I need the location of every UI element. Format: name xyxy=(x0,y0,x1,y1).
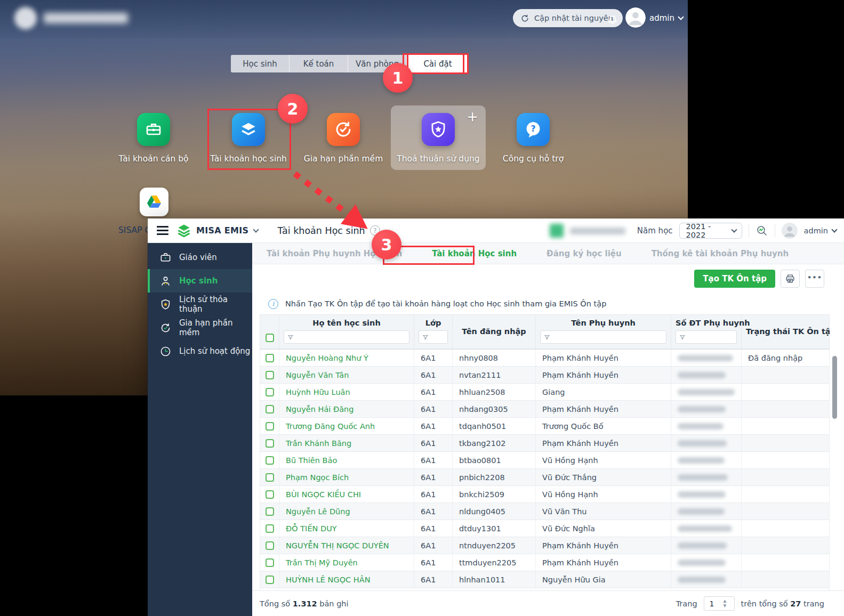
app-tile-label: Tài khoản học sinh xyxy=(210,154,287,164)
student-name-link[interactable]: Bũ Thiên Bảo xyxy=(286,456,337,465)
status-cell xyxy=(742,435,829,451)
student-name-link[interactable]: ĐỖ TIẾN DUY xyxy=(286,524,337,533)
status-cell xyxy=(742,452,829,468)
sidebar-item-label: Lịch sử hoạt động xyxy=(179,346,250,356)
print-button[interactable] xyxy=(781,270,800,288)
student-name-link[interactable]: Huỳnh Hữu Luân xyxy=(286,388,350,396)
school-year-select[interactable]: 2021 - 2022 xyxy=(679,223,742,239)
student-name-link[interactable]: Trương Đăng Quốc Anh xyxy=(286,422,375,431)
printer-icon xyxy=(785,273,795,284)
table-row[interactable]: Nguyễn Hoàng Như Ý 6A1 nhny0808 Phạm Khá… xyxy=(260,350,829,367)
table-row[interactable]: Trần Khánh Băng 6A1 tkbang2102 Phạm Khán… xyxy=(260,435,829,452)
sidebar-item-hoc-sinh[interactable]: Học sinh xyxy=(148,269,252,293)
stepper-arrows-icon[interactable]: ▲▼ xyxy=(724,599,727,608)
row-checkbox[interactable] xyxy=(266,456,274,465)
tab-thong-ke-tai-khoan[interactable]: Thống kê tài khoản Phụ huynh xyxy=(652,249,789,258)
column-header-parent: Tên Phụ huynh xyxy=(540,319,666,327)
row-checkbox[interactable] xyxy=(266,439,274,448)
student-name-link[interactable]: Phạm Ngọc Bích xyxy=(286,473,349,482)
sidebar-item-lich-su-thoa-thuan[interactable]: Lịch sử thỏa thuận xyxy=(148,293,252,316)
sidebar-item-giao-vien[interactable]: Giáo viên xyxy=(148,246,252,269)
create-review-account-button[interactable]: Tạo TK Ôn tập xyxy=(694,270,775,288)
plus-icon[interactable]: + xyxy=(467,109,478,125)
phone-blurred xyxy=(678,474,728,481)
filter-name[interactable] xyxy=(284,330,409,344)
student-name-link[interactable]: Nguyễn Văn Tân xyxy=(286,371,349,379)
student-name-link[interactable]: Nguyễn Lê Dũng xyxy=(286,507,350,516)
vertical-scrollbar[interactable] xyxy=(832,356,837,616)
table-row[interactable]: Nguyễn Hải Đăng 6A1 nhdang0305 Phạm Khán… xyxy=(260,401,829,418)
select-all-checkbox[interactable] xyxy=(266,334,274,342)
app-tile-tai-khoan-can-bo[interactable]: Tài khoản cán bộ xyxy=(106,106,201,170)
search-insights-icon[interactable] xyxy=(755,224,768,237)
student-name-link[interactable]: Nguyễn Hoàng Như Ý xyxy=(286,354,368,362)
column-header-username: Tên đăng nhập xyxy=(462,327,526,336)
table-row[interactable]: Huỳnh Hữu Luân 6A1 hhluan2508 Giang xyxy=(260,384,829,401)
tab-dang-ky-hoc-lieu[interactable]: Đăng ký học liệu xyxy=(546,249,622,258)
row-checkbox[interactable] xyxy=(266,524,274,533)
student-name-link[interactable]: NGUYỄN THỊ NGỌC DUYÊN xyxy=(286,541,389,550)
brand[interactable]: MISA EMIS xyxy=(176,223,258,239)
desktop-tab-ke-toan[interactable]: Kế toán xyxy=(290,55,348,72)
row-checkbox[interactable] xyxy=(266,558,274,567)
row-checkbox[interactable] xyxy=(266,490,274,499)
row-checkbox[interactable] xyxy=(266,473,274,482)
student-name-link[interactable]: Trần Thị Mỹ Duyên xyxy=(286,558,358,567)
row-checkbox[interactable] xyxy=(266,388,274,396)
google-drive-icon[interactable] xyxy=(140,188,168,216)
table-row[interactable]: Trần Thị Mỹ Duyên 6A1 ttmduyen2205 Phạm … xyxy=(260,554,829,571)
sidebar-item-lich-su-hoat-dong[interactable]: Lịch sử hoạt động xyxy=(148,339,252,363)
student-icon xyxy=(159,275,172,287)
student-name-link[interactable]: Trần Khánh Băng xyxy=(286,439,351,448)
table-row[interactable]: Nguyễn Văn Tân 6A1 nvtan2111 Phạm Khánh … xyxy=(260,367,829,384)
page-number-stepper[interactable]: ▲▼ xyxy=(704,596,735,611)
row-checkbox[interactable] xyxy=(266,371,274,379)
more-options-button[interactable]: ••• xyxy=(805,270,824,288)
row-checkbox[interactable] xyxy=(266,576,274,584)
page-number-input[interactable] xyxy=(704,599,722,608)
desktop-tab-cai-dat[interactable]: Cài đặt xyxy=(407,53,469,74)
bell-icon[interactable] xyxy=(606,12,620,26)
user-menu[interactable]: admin xyxy=(804,226,837,235)
filter-name-input[interactable] xyxy=(284,330,409,344)
filter-class[interactable] xyxy=(419,330,448,344)
sidebar-item-gia-han-phan-mem[interactable]: Gia hạn phần mềm xyxy=(148,316,252,339)
avatar[interactable] xyxy=(625,7,646,28)
phone-blurred xyxy=(678,372,726,378)
filter-parent-input[interactable] xyxy=(540,330,666,344)
table-row[interactable]: Nguyễn Lê Dũng 6A1 nldung0405 Vũ Văn Thu xyxy=(260,503,829,520)
app-tile-cong-cu-ho-tro[interactable]: ? Công cụ hỗ trợ xyxy=(486,106,581,170)
app-tiles: Tài khoản cán bộ Tài khoản học sinh Gia … xyxy=(106,106,581,170)
table-row[interactable]: ĐỖ TIẾN DUY 6A1 dtduy1301 Vũ Đức Nghĩa xyxy=(260,520,829,537)
briefcase-icon xyxy=(137,113,170,146)
status-cell xyxy=(742,486,829,502)
table-row[interactable]: BÙI NGỌC KIỀU CHI 6A1 bnkchi2509 Vũ Hồng… xyxy=(260,486,829,503)
filter-parent[interactable] xyxy=(540,330,666,344)
app-tile-gia-han-phan-mem[interactable]: Gia hạn phần mềm xyxy=(296,106,391,170)
row-checkbox[interactable] xyxy=(266,422,274,431)
app-tile-thoa-thuan-su-dung[interactable]: + Thoả thuận sử dụng xyxy=(391,106,486,170)
filter-phone[interactable] xyxy=(676,330,737,344)
table-row[interactable]: Trương Đăng Quốc Anh 6A1 tdqanh0501 Trươ… xyxy=(260,418,829,435)
drive-tile-label: SISAP G xyxy=(118,225,151,235)
table-row[interactable]: Bũ Thiên Bảo 6A1 btbao0801 Vũ Hồng Hạnh xyxy=(260,452,829,469)
phone-blurred xyxy=(678,577,726,583)
student-name-link[interactable]: HUỲNH LÊ NGỌC HÂN xyxy=(286,576,370,584)
avatar[interactable] xyxy=(782,223,798,239)
school-name-blurred xyxy=(570,228,625,234)
student-name-link[interactable]: Nguyễn Hải Đăng xyxy=(286,405,353,414)
table-row[interactable]: Phạm Ngọc Bích 6A1 pnbich2208 Vũ Đức Thắ… xyxy=(260,469,829,486)
briefcase-icon xyxy=(159,252,172,264)
misa-emis-logo-icon xyxy=(176,223,192,239)
table-row[interactable]: NGUYỄN THỊ NGỌC DUYÊN 6A1 ntnduyen2205 P… xyxy=(260,537,829,554)
desktop-tab-hoc-sinh[interactable]: Học sinh xyxy=(231,55,290,72)
student-name-link[interactable]: BÙI NGỌC KIỀU CHI xyxy=(286,490,361,499)
row-checkbox[interactable] xyxy=(266,541,274,550)
row-checkbox[interactable] xyxy=(266,405,274,414)
user-menu[interactable]: admin xyxy=(649,13,683,23)
row-checkbox[interactable] xyxy=(266,354,274,362)
row-checkbox[interactable] xyxy=(266,507,274,516)
hamburger-icon[interactable] xyxy=(157,224,168,237)
table-row[interactable]: HUỲNH LÊ NGỌC HÂN 6A1 hlnhan1011 Nguyễn … xyxy=(260,571,829,588)
scrollbar-thumb[interactable] xyxy=(832,356,837,419)
